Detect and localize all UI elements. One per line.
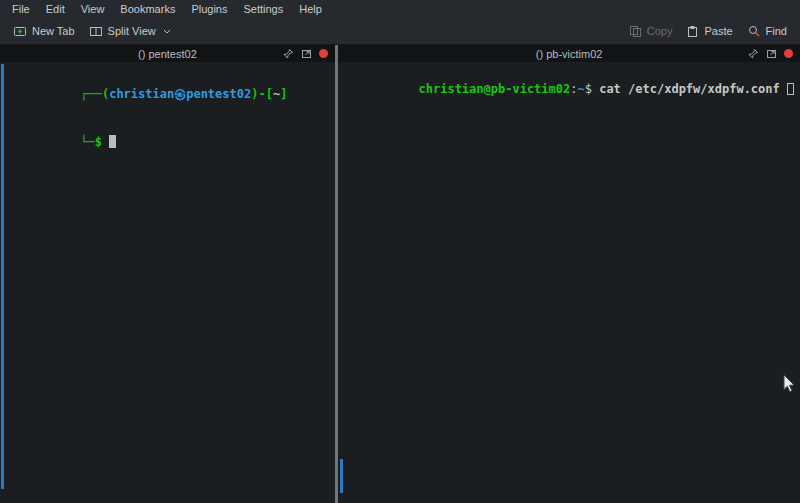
terminal-line: christian@pb-victim02:~$ cat /etc/xdpfw/… [346,65,794,113]
paste-button[interactable]: Paste [679,22,739,41]
menu-edit[interactable]: Edit [38,1,73,17]
pane-title-right: () pb-victim02 [338,48,800,60]
prompt-frame: └─$ [80,135,109,149]
prompt-frame: )-[ [251,87,273,101]
prompt-dollar: $ [585,82,599,96]
pin-icon[interactable] [283,48,294,59]
new-tab-icon [13,24,27,38]
terminal-line: ┌──(christian㉿pentest02)-[~] [8,70,329,118]
menu-view[interactable]: View [73,1,113,17]
close-button[interactable] [784,49,793,58]
chevron-down-icon [163,29,171,34]
split-view-button[interactable]: Split View [82,21,178,41]
prompt-user: christian@pb-victim02 [419,82,571,96]
menu-plugins[interactable]: Plugins [183,1,235,17]
copy-icon [629,25,642,38]
command-text: cat /etc/xdpfw/xdpfw.conf [599,82,787,96]
close-button[interactable] [319,49,328,58]
pane-pb-victim02: () pb-victim02 [338,45,800,503]
menu-bar: File Edit View Bookmarks Plugins Setting… [0,0,800,18]
pane-pentest02: () pentest02 [0,45,335,503]
split-view-icon [89,24,103,38]
terminal-line: └─$ [8,118,329,166]
copy-label: Copy [647,25,673,37]
terminal-right[interactable]: christian@pb-victim02:~$ cat /etc/xdpfw/… [338,62,800,503]
terminal-left[interactable]: ┌──(christian㉿pentest02)-[~] └─$ [0,62,335,503]
find-label: Find [766,25,787,37]
split-view-label: Split View [108,25,156,37]
terminal-cursor [787,83,794,95]
find-button[interactable]: Find [740,21,794,41]
menu-help[interactable]: Help [291,1,330,17]
menu-bookmarks[interactable]: Bookmarks [112,1,183,17]
prompt-frame: ] [280,87,287,101]
split-container: () pentest02 [0,45,800,503]
prompt-path: ~ [577,82,584,96]
paste-icon [686,25,699,38]
menu-settings[interactable]: Settings [235,1,291,17]
pane-header-right[interactable]: () pb-victim02 [338,45,800,62]
pin-icon[interactable] [748,48,759,59]
pane-header-left[interactable]: () pentest02 [0,45,335,62]
scrollbar-thumb[interactable] [340,459,343,493]
copy-button: Copy [622,22,680,41]
maximize-icon[interactable] [301,48,312,59]
prompt-frame: ┌──( [80,87,109,101]
new-tab-label: New Tab [32,25,75,37]
menu-file[interactable]: File [4,1,38,17]
terminal-cursor [109,135,116,148]
toolbar: New Tab Split View Copy [0,18,800,45]
maximize-icon[interactable] [766,48,777,59]
scrollbar-thumb[interactable] [1,64,4,489]
new-tab-button[interactable]: New Tab [6,21,82,41]
find-icon [747,24,761,38]
paste-label: Paste [704,25,732,37]
prompt-user: christian㉿pentest02 [109,87,251,101]
konsole-window: File Edit View Bookmarks Plugins Setting… [0,0,800,503]
